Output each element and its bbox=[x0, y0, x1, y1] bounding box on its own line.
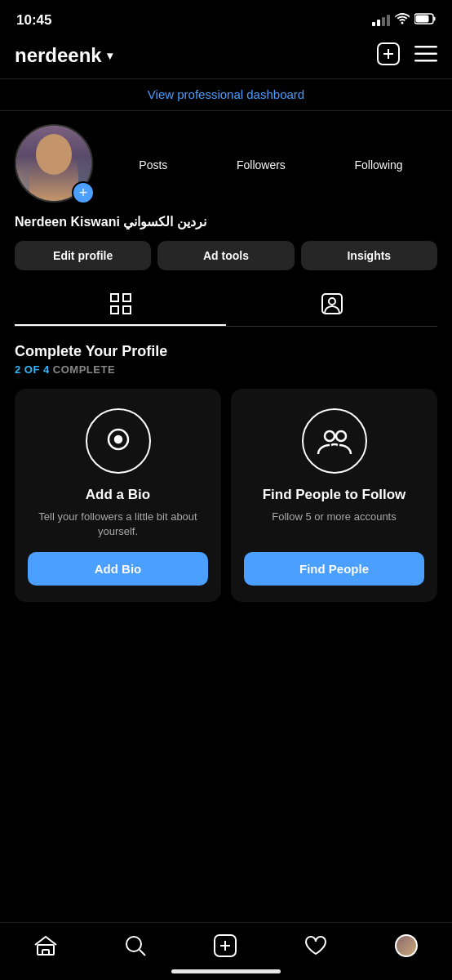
tab-grid[interactable] bbox=[15, 283, 226, 326]
signal-icon bbox=[372, 15, 390, 26]
header: nerdeenk ▾ bbox=[0, 36, 452, 78]
complete-profile-progress: 2 OF 4 COMPLETE bbox=[15, 363, 437, 376]
menu-icon[interactable] bbox=[414, 46, 437, 65]
nav-activity[interactable] bbox=[291, 932, 340, 960]
header-actions bbox=[377, 42, 437, 69]
search-icon bbox=[125, 935, 146, 956]
svg-rect-8 bbox=[414, 60, 437, 62]
wifi-icon bbox=[395, 13, 410, 28]
profile-name: Nerdeen Kiswani نردين الكسواني bbox=[15, 214, 437, 229]
content-tabs bbox=[15, 283, 437, 327]
chat-icon bbox=[102, 425, 135, 457]
header-username[interactable]: nerdeenk ▾ bbox=[15, 44, 113, 67]
find-people-card-desc: Follow 5 or more accounts bbox=[272, 510, 396, 539]
find-people-card: Find People to Follow Follow 5 or more a… bbox=[231, 389, 437, 602]
svg-point-16 bbox=[115, 436, 122, 443]
followers-label: Followers bbox=[237, 158, 286, 172]
add-post-icon[interactable] bbox=[377, 42, 400, 69]
nav-home[interactable] bbox=[21, 932, 70, 960]
nav-profile-avatar bbox=[395, 934, 418, 957]
bio-icon-circle bbox=[86, 408, 151, 474]
person-tag-icon bbox=[321, 293, 343, 314]
edit-profile-button[interactable]: Edit profile bbox=[15, 241, 151, 270]
insights-button[interactable]: Insights bbox=[301, 241, 437, 270]
grid-icon bbox=[110, 293, 131, 314]
find-people-button[interactable]: Find People bbox=[244, 552, 424, 586]
svg-line-22 bbox=[140, 950, 145, 956]
status-bar: 10:45 bbox=[0, 0, 452, 36]
find-people-card-title: Find People to Follow bbox=[263, 487, 406, 503]
nav-profile[interactable] bbox=[382, 931, 431, 960]
posts-label: Posts bbox=[139, 158, 167, 172]
people-icon bbox=[317, 425, 352, 457]
complete-profile-section: Complete Your Profile 2 OF 4 COMPLETE Ad… bbox=[0, 327, 452, 602]
nav-search[interactable] bbox=[112, 932, 159, 960]
profile-section: + Posts Followers Following Nerdeen Kisw… bbox=[0, 111, 452, 327]
add-bio-card: Add a Bio Tell your followers a little b… bbox=[15, 389, 221, 602]
bio-card-desc: Tell your followers a little bit about y… bbox=[28, 510, 208, 539]
complete-profile-title: Complete Your Profile bbox=[15, 343, 437, 360]
svg-rect-1 bbox=[434, 17, 436, 21]
svg-point-14 bbox=[329, 298, 335, 305]
svg-point-21 bbox=[126, 937, 141, 951]
profile-stats: Posts Followers Following bbox=[104, 158, 437, 172]
svg-rect-10 bbox=[123, 294, 131, 301]
stat-followers[interactable]: Followers bbox=[237, 158, 286, 172]
bio-card-title: Add a Bio bbox=[86, 487, 150, 503]
stat-following[interactable]: Following bbox=[355, 158, 403, 172]
profile-buttons: Edit profile Ad tools Insights bbox=[15, 241, 437, 270]
svg-point-18 bbox=[336, 431, 346, 441]
progress-suffix: COMPLETE bbox=[50, 363, 115, 376]
add-bio-button[interactable]: Add Bio bbox=[28, 552, 208, 586]
svg-point-17 bbox=[325, 431, 335, 441]
progress-count: 2 OF 4 bbox=[15, 363, 50, 376]
svg-rect-20 bbox=[42, 950, 49, 955]
people-icon-circle bbox=[302, 408, 367, 474]
following-label: Following bbox=[355, 158, 403, 172]
avatar-add-button[interactable]: + bbox=[72, 181, 95, 204]
svg-rect-2 bbox=[416, 16, 429, 23]
svg-rect-7 bbox=[414, 53, 437, 56]
nav-add[interactable] bbox=[201, 931, 250, 960]
tab-tagged[interactable] bbox=[226, 283, 437, 326]
username-text: nerdeenk bbox=[15, 44, 102, 67]
heart-icon bbox=[304, 935, 327, 956]
add-icon bbox=[214, 934, 237, 957]
status-time: 10:45 bbox=[16, 12, 51, 29]
svg-rect-9 bbox=[111, 294, 118, 301]
home-icon bbox=[34, 935, 57, 956]
avatar-wrapper: + bbox=[15, 124, 96, 206]
svg-rect-12 bbox=[123, 306, 131, 314]
ad-tools-button[interactable]: Ad tools bbox=[157, 241, 294, 270]
pro-dashboard-bar[interactable]: View professional dashboard bbox=[0, 78, 452, 111]
status-icons bbox=[372, 13, 436, 28]
svg-rect-11 bbox=[111, 306, 118, 314]
profile-top: + Posts Followers Following bbox=[15, 124, 437, 206]
battery-icon bbox=[414, 13, 436, 28]
cards-container: Add a Bio Tell your followers a little b… bbox=[15, 389, 437, 602]
svg-rect-6 bbox=[414, 46, 437, 48]
chevron-down-icon: ▾ bbox=[107, 49, 113, 62]
home-indicator bbox=[171, 969, 281, 973]
stat-posts[interactable]: Posts bbox=[139, 158, 167, 172]
pro-dashboard-link[interactable]: View professional dashboard bbox=[148, 87, 304, 101]
